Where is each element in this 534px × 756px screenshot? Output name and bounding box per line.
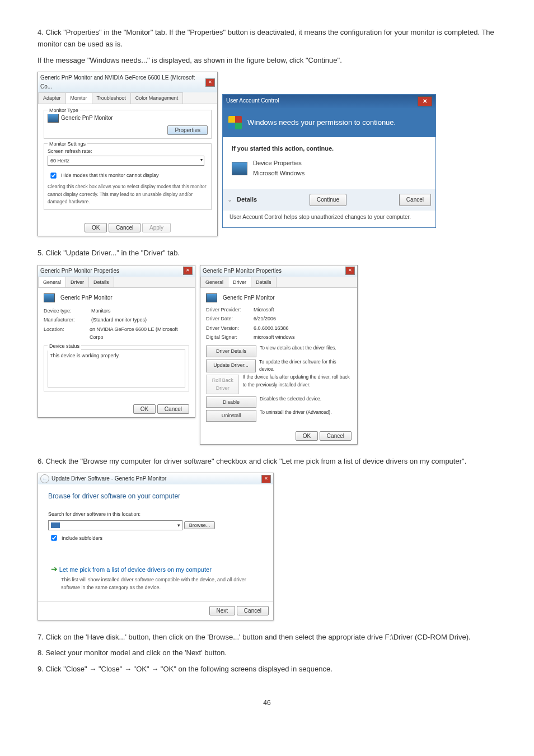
step7: 7. Click on the 'Have disk...' button, t… [38, 632, 496, 643]
update-driver-wizard: ← Update Driver Software - Generic PnP M… [38, 473, 274, 620]
ok-button[interactable]: OK [296, 431, 318, 441]
driver-details-button[interactable]: Driver Details [206, 346, 256, 357]
include-subfolders-checkbox[interactable] [51, 535, 57, 541]
arrow-icon: ➔ [51, 564, 58, 573]
wizard-heading: Browse for driver software on your compu… [48, 491, 263, 502]
ok-button[interactable]: OK [133, 404, 156, 414]
uac-dialog: User Account Control ✕ Windows needs you… [222, 94, 436, 228]
step6: 6. Check the "Browse my computer for dri… [38, 456, 496, 468]
uac-prop-pub: Microsoft Windows [253, 169, 305, 179]
figure-step6: ← Update Driver Software - Generic PnP M… [38, 473, 496, 620]
include-sub-label: Include subfolders [62, 534, 102, 542]
tab-driver[interactable]: Driver [65, 277, 89, 287]
tab-driver[interactable]: Driver [228, 277, 251, 287]
hide-modes-label: Hide modes that this monitor cannot disp… [61, 171, 159, 179]
uac-prop-name: Device Properties [253, 158, 305, 169]
step4-a: 4. Click "Properties" in the "Monitor" t… [38, 27, 496, 50]
hide-modes-desc: Clearing this check box allows you to se… [48, 183, 208, 206]
driver-date: 6/21/2006 [254, 315, 276, 323]
uninstall-button[interactable]: Uninstall [206, 410, 256, 421]
step4-b: If the message "Windows needs..." is dis… [38, 55, 496, 67]
update-driver-button[interactable]: Update Driver... [206, 360, 256, 372]
uac-note: User Account Control helps stop unauthor… [223, 211, 435, 227]
chevron-down-icon[interactable]: ⌄ [227, 195, 232, 205]
back-icon[interactable]: ← [40, 474, 49, 483]
tab-adapter[interactable]: Adapter [38, 92, 66, 103]
figure-step4: Generic PnP Monitor and NVIDIA GeForce 6… [38, 72, 496, 236]
search-label: Search for driver software in this locat… [48, 510, 263, 518]
driver-properties-dialog: Generic PnP Monitor Properties ✕ General… [200, 265, 358, 445]
step5: 5. Click "Update Driver..." in the "Driv… [38, 248, 496, 259]
path-input[interactable] [48, 520, 182, 530]
device-heading: Generic PnP Monitor [60, 293, 113, 302]
close-icon[interactable]: ✕ [183, 267, 193, 275]
pick-label: Let me pick from a list of device driver… [59, 566, 212, 573]
dialog-title: Generic PnP Monitor and NVIDIA GeForce 6… [40, 73, 205, 91]
continue-button[interactable]: Continue [310, 194, 346, 206]
driver-version: 6.0.6000.16386 [254, 324, 289, 332]
figure-step5: Generic PnP Monitor Properties ✕ General… [38, 265, 496, 445]
close-icon[interactable]: ✕ [205, 78, 215, 87]
dialog-title: Generic PnP Monitor Properties [40, 267, 119, 276]
monitor-type-label: Monitor Type [48, 106, 80, 114]
tab-troubleshoot[interactable]: Troubleshoot [92, 92, 131, 103]
pick-desc: This list will show installed driver sof… [61, 576, 260, 592]
tab-details[interactable]: Details [88, 277, 114, 287]
cancel-button[interactable]: Cancel [320, 431, 352, 441]
monitor-icon [232, 162, 247, 175]
next-button[interactable]: Next [209, 606, 236, 615]
monitor-icon [48, 114, 59, 123]
manufacturer: (Standard monitor types) [91, 316, 147, 324]
apply-button[interactable]: Apply [142, 223, 171, 232]
driver-provider: Microsoft [254, 306, 274, 314]
ok-button[interactable]: OK [85, 223, 107, 232]
device-type: Monitors [91, 307, 111, 315]
properties-button[interactable]: Properties [167, 125, 208, 135]
tab-general[interactable]: General [200, 277, 228, 287]
hide-modes-checkbox[interactable] [50, 172, 56, 178]
close-icon[interactable]: ✕ [345, 267, 355, 275]
uac-started-text: If you started this action, continue. [232, 144, 427, 154]
cancel-button[interactable]: Cancel [237, 606, 269, 615]
monitor-settings-label: Monitor Settings [48, 140, 87, 148]
location: on NVIDIA GeForce 6600 LE (Microsoft Cor… [90, 325, 189, 342]
pick-from-list-option[interactable]: ➔ Let me pick from a list of device driv… [48, 560, 263, 594]
refresh-label: Screen refresh rate: [48, 147, 208, 155]
general-properties-dialog: Generic PnP Monitor Properties ✕ General… [38, 265, 195, 418]
monitor-properties-dialog: Generic PnP Monitor and NVIDIA GeForce 6… [38, 72, 218, 236]
browse-button[interactable]: Browse... [184, 521, 216, 529]
tab-details[interactable]: Details [251, 277, 277, 287]
page-number: 46 [38, 698, 496, 708]
digital-signer: microsoft windows [254, 333, 295, 341]
monitor-type-value: Generic PnP Monitor [61, 115, 113, 121]
cancel-button[interactable]: Cancel [157, 404, 189, 414]
uac-title: User Account Control [226, 96, 279, 106]
dialog-title: Generic PnP Monitor Properties [203, 267, 282, 276]
tab-general[interactable]: General [38, 277, 66, 287]
step9: 9. Click "Close" → "Close" → "OK" → "OK"… [38, 664, 496, 675]
wizard-title: Update Driver Software - Generic PnP Mon… [51, 474, 166, 483]
rollback-button[interactable]: Roll Back Driver [206, 375, 239, 394]
status-text: This device is working properly. [48, 349, 185, 388]
uac-details[interactable]: Details [237, 195, 257, 205]
uac-banner-text: Windows needs your permission to contion… [247, 117, 396, 129]
cancel-button[interactable]: Cancel [399, 194, 431, 206]
tab-color[interactable]: Color Management [130, 92, 184, 103]
refresh-rate-dropdown[interactable]: 60 Hertz [48, 156, 204, 166]
cancel-button[interactable]: Cancel [109, 223, 140, 232]
monitor-icon [44, 293, 55, 302]
shield-icon [228, 116, 242, 129]
step8: 8. Select your monitor model and click o… [38, 647, 496, 659]
device-heading: Generic PnP Monitor [223, 293, 275, 302]
disable-button[interactable]: Disable [206, 396, 256, 408]
monitor-icon [206, 293, 217, 302]
status-group-label: Device status [48, 342, 81, 350]
close-icon[interactable]: ✕ [261, 475, 271, 483]
tab-monitor[interactable]: Monitor [65, 92, 92, 103]
close-icon[interactable]: ✕ [418, 96, 432, 106]
